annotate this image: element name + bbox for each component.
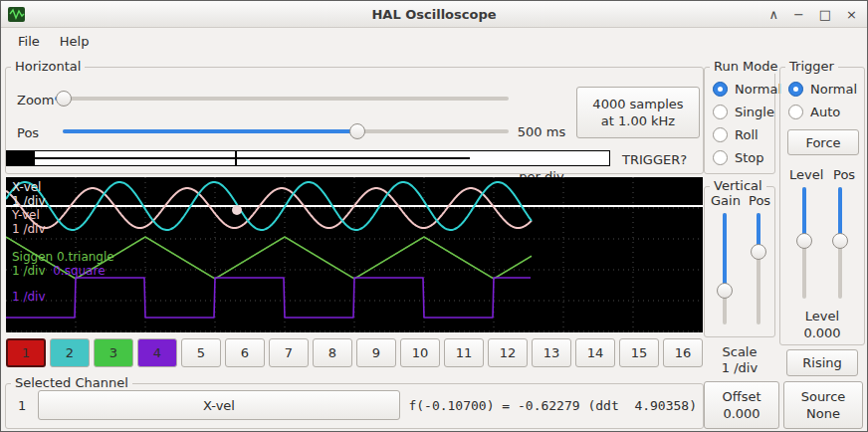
run-mode-radio-normal[interactable]: Normal <box>705 78 774 101</box>
vertical-gain-slider[interactable] <box>717 213 733 324</box>
scope-channel-label: X-vel <box>12 180 114 194</box>
vertical-offset-button[interactable]: Offset 0.000 <box>704 381 779 429</box>
trigger-group: Trigger NormalAuto Force Level Pos Level… <box>779 67 865 345</box>
scope-labels: X-vel1 /divY-vel1 /divSiggen 0.triangle1… <box>12 180 114 304</box>
timebase-value: 500 ms <box>513 124 570 139</box>
vertical-group-label: Vertical <box>710 178 766 193</box>
channel-button-16[interactable]: 16 <box>663 338 703 367</box>
hal-oscilloscope-window: HAL Oscilloscope ∧ − □ × File Help Horiz… <box>0 0 868 432</box>
trigger-pos-slider[interactable] <box>832 187 848 299</box>
channel-button-2[interactable]: 2 <box>50 338 90 367</box>
vertical-gain-header: Gain <box>711 193 741 208</box>
zoom-slider-groove <box>55 97 509 101</box>
trigger-edge-button[interactable]: Rising <box>786 349 858 376</box>
channel-button-5[interactable]: 5 <box>181 338 221 367</box>
shade-icon[interactable]: ∧ <box>768 1 778 28</box>
run-mode-radio-label: Stop <box>735 150 764 165</box>
trigger-group-label: Trigger <box>785 59 838 74</box>
trigger-radio-normal[interactable]: Normal <box>780 78 864 101</box>
selected-channel-group-label: Selected Channel <box>11 375 132 390</box>
zoom-label: Zoom <box>17 93 54 108</box>
trigger-radio-label: Auto <box>810 105 840 119</box>
title-bar[interactable]: HAL Oscilloscope ∧ − □ × <box>1 1 867 28</box>
run-mode-radio-label: Single <box>735 105 774 119</box>
scope-channel-label: 1 /div <box>12 194 114 208</box>
close-icon[interactable]: × <box>846 1 857 28</box>
zoom-slider-handle[interactable] <box>56 91 72 107</box>
vertical-pos-header: Pos <box>749 193 770 208</box>
trigger-level-label: Level <box>780 309 864 324</box>
channel-button-7[interactable]: 7 <box>269 338 309 367</box>
vertical-offset-label: Offset <box>722 388 760 405</box>
radio-icon <box>713 82 728 97</box>
trigger-pos-header: Pos <box>833 167 855 182</box>
record-position-bar[interactable] <box>6 150 610 166</box>
zoom-slider[interactable] <box>55 91 509 107</box>
vertical-scale-value: 1 /div <box>704 360 775 375</box>
radio-icon <box>788 105 803 119</box>
record-extent-line <box>35 157 470 159</box>
vertical-gain-fill <box>723 213 727 291</box>
channel-button-15[interactable]: 15 <box>619 338 659 367</box>
trigger-source-value: None <box>806 405 840 422</box>
channel-button-13[interactable]: 13 <box>532 338 571 367</box>
channel-button-9[interactable]: 9 <box>356 338 396 367</box>
trigger-level-slider[interactable] <box>796 187 812 299</box>
menu-bar: File Help <box>1 29 867 54</box>
run-mode-radio-label: Normal <box>735 82 781 97</box>
vertical-gain-handle[interactable] <box>717 283 733 299</box>
scope-channel-label: 1 /div <box>12 290 114 304</box>
channel-button-12[interactable]: 12 <box>488 338 528 367</box>
channel-button-8[interactable]: 8 <box>313 338 352 367</box>
window-title: HAL Oscilloscope <box>1 7 867 22</box>
run-mode-radio-stop[interactable]: Stop <box>705 146 774 169</box>
channel-button-4[interactable]: 4 <box>137 338 177 367</box>
channel-button-14[interactable]: 14 <box>575 338 615 367</box>
force-button[interactable]: Force <box>787 129 859 155</box>
samples-count: 4000 samples <box>592 96 683 112</box>
trigger-level-handle[interactable] <box>796 233 812 249</box>
run-mode-group-label: Run Mode <box>710 59 781 74</box>
trigger-status-label: TRIGGER? <box>622 152 687 167</box>
horizontal-group-label: Horizontal <box>11 59 85 74</box>
trigger-source-button[interactable]: Source None <box>783 381 863 429</box>
trigger-radio-auto[interactable]: Auto <box>780 101 864 123</box>
pos-slider[interactable] <box>63 123 509 139</box>
channel-readout: f(-0.10700) = -0.62279 (ddt 4.90358) <box>408 398 697 413</box>
channel-button-6[interactable]: 6 <box>225 338 265 367</box>
maximize-icon[interactable]: □ <box>819 1 831 28</box>
run-mode-options: NormalSingleRollStop <box>705 78 774 169</box>
trigger-options: NormalAuto <box>780 78 864 123</box>
trigger-radio-label: Normal <box>810 82 857 97</box>
scope-channel-label: Siggen 0.triangle <box>12 250 114 264</box>
pos-label: Pos <box>17 125 39 140</box>
vertical-offset-value: 0.000 <box>723 405 760 422</box>
trigger-level-header: Level <box>789 167 823 182</box>
vertical-scale-label: Scale <box>704 344 775 359</box>
run-mode-radio-single[interactable]: Single <box>705 101 774 123</box>
vertical-pos-handle[interactable] <box>751 244 766 260</box>
minimize-icon[interactable]: − <box>793 1 804 28</box>
channel-button-1[interactable]: 1 <box>6 338 46 367</box>
channel-button-10[interactable]: 10 <box>400 338 440 367</box>
selected-channel-group: Selected Channel 1 X-vel f(-0.10700) = -… <box>5 383 704 429</box>
trigger-position-tick <box>235 151 237 165</box>
scope-channel-label: 1 /div 0.square <box>12 264 114 278</box>
channel-button-11[interactable]: 11 <box>444 338 484 367</box>
samples-button[interactable]: 4000 samples at 1.00 kHz <box>576 87 700 138</box>
menu-file[interactable]: File <box>9 31 49 52</box>
menu-help[interactable]: Help <box>51 31 99 52</box>
channel-buttons: 12345678910111213141516 <box>6 338 703 367</box>
samples-rate: at 1.00 kHz <box>601 112 675 129</box>
pos-slider-handle[interactable] <box>349 123 365 139</box>
radio-icon <box>788 82 803 97</box>
record-filled-region <box>7 151 35 165</box>
channel-button-3[interactable]: 3 <box>94 338 133 367</box>
scope-channel-label: Y-vel <box>12 208 114 222</box>
selected-channel-name-button[interactable]: X-vel <box>38 390 400 420</box>
pos-slider-fill <box>63 129 357 133</box>
trigger-pos-handle[interactable] <box>832 233 848 249</box>
run-mode-group: Run Mode NormalSingleRollStop <box>704 67 775 174</box>
run-mode-radio-roll[interactable]: Roll <box>705 123 774 146</box>
vertical-pos-slider[interactable] <box>751 213 766 324</box>
